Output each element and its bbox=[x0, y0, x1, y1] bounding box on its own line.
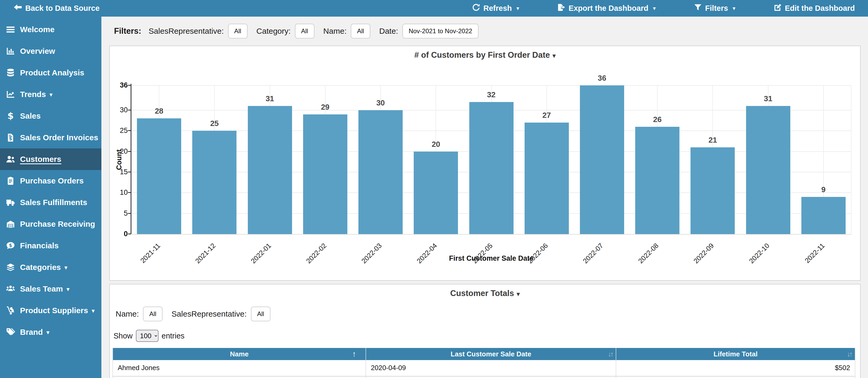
chart-bar[interactable] bbox=[248, 106, 292, 234]
gridline bbox=[851, 85, 851, 234]
filter-value-category[interactable]: All bbox=[295, 24, 314, 38]
truck-icon bbox=[5, 198, 16, 207]
chart-bar[interactable] bbox=[192, 131, 237, 234]
column-header-label: Name bbox=[230, 350, 249, 358]
sidebar-item-purchase-orders[interactable]: Purchase Orders bbox=[0, 170, 101, 192]
totals-filter-label-salesrepresentative: SalesRepresentative: bbox=[172, 310, 247, 318]
sidebar-item-sales[interactable]: $Sales bbox=[0, 105, 101, 127]
sidebar-item-purchase-receiving[interactable]: Purchase Receiving bbox=[0, 213, 101, 235]
chart-bar[interactable] bbox=[414, 151, 458, 234]
sidebar-item-label: Product Suppliers bbox=[20, 306, 88, 315]
entries-row: Show 100 entries bbox=[114, 330, 185, 342]
chart-bar[interactable] bbox=[137, 118, 181, 234]
team-icon bbox=[5, 284, 16, 293]
sidebar-item-trends[interactable]: Trends▾ bbox=[0, 84, 101, 105]
arrow-left-icon bbox=[14, 3, 22, 13]
chevron-down-icon: ▾ bbox=[517, 290, 520, 297]
cell-last-sale-date: 2020-04-09 bbox=[366, 360, 616, 376]
svg-text:$: $ bbox=[9, 243, 12, 248]
sidebar-item-financials[interactable]: $Financials bbox=[0, 235, 101, 257]
sidebar-item-categories[interactable]: Categories▾ bbox=[0, 257, 101, 278]
y-tick-label: 30 bbox=[111, 106, 128, 114]
sidebar-item-label: Sales Order Invoices bbox=[20, 133, 98, 142]
sidebar-item-product-analysis[interactable]: Product Analysis bbox=[0, 62, 101, 84]
bar-value-label: 27 bbox=[528, 111, 565, 120]
svg-text:$: $ bbox=[9, 136, 12, 141]
chart-bar[interactable] bbox=[303, 114, 347, 234]
sidebar-item-sales-fulfillments[interactable]: Sales Fulfillments bbox=[0, 192, 101, 213]
edit-icon bbox=[773, 3, 781, 13]
file-export-icon bbox=[557, 3, 565, 13]
sidebar-item-sales-order-invoices[interactable]: $Sales Order Invoices bbox=[0, 127, 101, 148]
chart-bar[interactable] bbox=[635, 127, 679, 234]
totals-filters: Name:AllSalesRepresentative:All bbox=[116, 307, 279, 321]
chevron-down-icon: ▾ bbox=[517, 6, 519, 11]
topbar-item-label: Filters bbox=[705, 4, 728, 13]
topbar-item-refresh[interactable]: Refresh▾ bbox=[472, 3, 519, 13]
chart-bar[interactable] bbox=[469, 102, 514, 234]
sidebar-item-sales-team[interactable]: Sales Team▾ bbox=[0, 278, 101, 300]
column-header-name[interactable]: Name↑ bbox=[113, 348, 366, 360]
chart-bar[interactable] bbox=[580, 85, 624, 234]
filter-value-date[interactable]: Nov-2021 to Nov-2022 bbox=[402, 24, 478, 38]
sidebar-item-label: Product Analysis bbox=[20, 68, 84, 77]
filter-label-salesrepresentative: SalesRepresentative: bbox=[149, 27, 224, 36]
sidebar-item-label: Trends bbox=[20, 90, 46, 99]
bar-value-label: 32 bbox=[473, 90, 510, 99]
sidebar-item-label: Categories bbox=[20, 263, 61, 272]
cell-empty bbox=[113, 376, 366, 378]
customer-table-body: Ahmed Jones2020-04-09$502 bbox=[113, 360, 855, 378]
sort-icon: ↓↑ bbox=[608, 350, 613, 358]
sidebar-item-product-suppliers[interactable]: Product Suppliers▾ bbox=[0, 300, 101, 321]
topbar-item-export-the-dashboard[interactable]: Export the Dashboard▾ bbox=[557, 3, 655, 13]
chart-bar[interactable] bbox=[359, 110, 403, 234]
bar-value-label: 25 bbox=[196, 119, 233, 128]
bar-value-label: 9 bbox=[805, 185, 842, 194]
customer-table: Name↑Last Customer Sale Date↓↑Lifetime T… bbox=[113, 348, 855, 378]
invoice-dollar-icon: $ bbox=[5, 133, 16, 142]
bar-value-label: 29 bbox=[307, 103, 344, 112]
chart-bar[interactable] bbox=[801, 197, 846, 234]
bar-value-label: 28 bbox=[141, 107, 178, 115]
back-link-label: Back to Data Source bbox=[25, 4, 99, 13]
chevron-down-icon: ▾ bbox=[653, 6, 656, 11]
main-content: Filters: SalesRepresentative:AllCategory… bbox=[101, 17, 868, 378]
totals-filter-value-name[interactable]: All bbox=[143, 307, 162, 321]
sidebar-item-overview[interactable]: Overview bbox=[0, 40, 101, 62]
y-tick-label: 10 bbox=[111, 188, 128, 197]
bar-value-label: 26 bbox=[639, 115, 676, 124]
chart-bar[interactable] bbox=[525, 123, 569, 234]
sidebar-item-customers[interactable]: Customers bbox=[0, 148, 101, 170]
svg-text:$: $ bbox=[7, 112, 14, 120]
column-header-last-customer-sale-date[interactable]: Last Customer Sale Date↓↑ bbox=[366, 348, 616, 360]
topbar-item-edit-the-dashboard[interactable]: Edit the Dashboard bbox=[773, 3, 855, 13]
filters-bar-title: Filters: bbox=[114, 26, 141, 36]
topbar-item-filters[interactable]: Filters▾ bbox=[694, 3, 736, 13]
entries-select[interactable]: 100 bbox=[136, 330, 158, 342]
bar-value-label: 31 bbox=[251, 94, 288, 103]
filter-value-name[interactable]: All bbox=[351, 24, 370, 38]
chevron-down-icon: ▾ bbox=[92, 308, 95, 313]
dashboard-page: Back to Data Source Refresh▾Export the D… bbox=[0, 0, 868, 378]
bar-chart: 05101520253036282021-11252021-12312022-0… bbox=[110, 46, 860, 280]
totals-filter-value-salesrepresentative[interactable]: All bbox=[251, 307, 271, 321]
bar-value-label: 30 bbox=[362, 98, 399, 107]
sidebar-item-label: Sales Team bbox=[20, 284, 63, 293]
show-label: Show bbox=[114, 331, 133, 340]
topbar: Back to Data Source Refresh▾Export the D… bbox=[0, 0, 868, 17]
totals-title[interactable]: Customer Totals▾ bbox=[110, 289, 860, 298]
filter-value-salesrepresentative[interactable]: All bbox=[228, 24, 248, 38]
chevron-down-icon: ▾ bbox=[64, 265, 67, 270]
sidebar-item-label: Sales bbox=[20, 112, 40, 120]
sidebar-item-brand[interactable]: Brand▾ bbox=[0, 321, 101, 343]
filter-icon bbox=[694, 3, 702, 13]
y-tick-mark bbox=[128, 151, 131, 152]
back-to-data-source-link[interactable]: Back to Data Source bbox=[14, 3, 99, 13]
chart-bar[interactable] bbox=[690, 147, 735, 234]
column-header-lifetime-total[interactable]: Lifetime Total↓↑ bbox=[616, 348, 855, 360]
chart-bar[interactable] bbox=[746, 106, 790, 234]
bar-chart-icon bbox=[5, 47, 16, 56]
filter-label-date: Date: bbox=[379, 27, 398, 36]
chevron-down-icon: ▾ bbox=[46, 329, 50, 335]
sidebar-item-welcome[interactable]: Welcome bbox=[0, 19, 101, 40]
